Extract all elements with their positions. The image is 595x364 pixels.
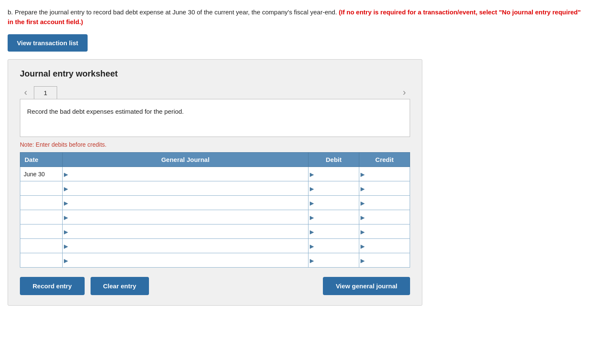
table-row: ▶▶▶ [20,253,410,268]
gj-cell-6[interactable]: ▶ [63,253,309,268]
date-cell-0: June 30 [20,167,63,181]
table-row: ▶▶▶ [20,210,410,224]
table-row: ▶▶▶ [20,239,410,253]
note-text: Note: Enter debits before credits. [20,141,410,148]
debit-input-6[interactable] [309,253,359,267]
bottom-buttons: Record entry Clear entry View general jo… [20,277,410,295]
gj-cell-0[interactable]: ▶ [63,167,309,181]
credit-cell-6[interactable]: ▶ [359,253,410,268]
tab-number: 1 [34,86,57,99]
journal-table: Date General Journal Debit Credit June 3… [20,152,410,268]
worksheet-title: Journal entry worksheet [20,69,410,79]
tab-nav: ‹ 1 › [20,86,410,99]
table-row: ▶▶▶ [20,181,410,196]
gj-cell-4[interactable]: ▶ [63,224,309,239]
gj-input-5[interactable] [63,239,308,253]
header-date: Date [20,153,63,167]
credit-input-2[interactable] [359,196,410,210]
view-transaction-btn[interactable]: View transaction list [8,34,88,52]
clear-entry-button[interactable]: Clear entry [91,277,149,295]
description-text: Record the bad debt expenses estimated f… [27,108,184,115]
debit-cell-2[interactable]: ▶ [309,196,359,210]
debit-cell-6[interactable]: ▶ [309,253,359,268]
debit-input-1[interactable] [309,181,359,195]
header-debit: Debit [309,153,359,167]
debit-input-0[interactable] [309,167,359,181]
header-gj: General Journal [63,153,309,167]
date-cell-1 [20,181,63,196]
gj-input-0[interactable] [63,167,308,181]
debit-cell-1[interactable]: ▶ [309,181,359,196]
debit-input-5[interactable] [309,239,359,253]
credit-input-6[interactable] [359,253,410,267]
instructions-main: b. Prepare the journal entry to record b… [8,8,337,16]
table-row: ▶▶▶ [20,196,410,210]
credit-input-5[interactable] [359,239,410,253]
date-cell-6 [20,253,63,268]
date-cell-5 [20,239,63,253]
credit-input-4[interactable] [359,224,410,238]
gj-cell-3[interactable]: ▶ [63,210,309,224]
header-credit: Credit [359,153,410,167]
credit-cell-2[interactable]: ▶ [359,196,410,210]
debit-cell-4[interactable]: ▶ [309,224,359,239]
gj-cell-1[interactable]: ▶ [63,181,309,196]
description-box: Record the bad debt expenses estimated f… [20,99,410,137]
view-general-journal-button[interactable]: View general journal [323,277,410,295]
gj-cell-2[interactable]: ▶ [63,196,309,210]
debit-input-4[interactable] [309,224,359,238]
gj-input-2[interactable] [63,196,308,210]
gj-input-4[interactable] [63,224,308,238]
credit-input-1[interactable] [359,181,410,195]
table-row: June 30▶▶▶ [20,167,410,181]
date-cell-3 [20,210,63,224]
debit-cell-3[interactable]: ▶ [309,210,359,224]
gj-cell-5[interactable]: ▶ [63,239,309,253]
worksheet-container: Journal entry worksheet ‹ 1 › Record the… [8,59,422,306]
record-entry-button[interactable]: Record entry [20,277,85,295]
credit-cell-0[interactable]: ▶ [359,167,410,181]
credit-cell-3[interactable]: ▶ [359,210,410,224]
table-row: ▶▶▶ [20,224,410,239]
debit-input-2[interactable] [309,196,359,210]
credit-cell-1[interactable]: ▶ [359,181,410,196]
credit-input-0[interactable] [359,167,410,181]
instructions: b. Prepare the journal entry to record b… [8,8,587,27]
gj-input-6[interactable] [63,253,308,267]
prev-tab-button[interactable]: ‹ [20,86,31,99]
next-tab-button[interactable]: › [399,86,410,99]
date-cell-2 [20,196,63,210]
credit-input-3[interactable] [359,210,410,224]
credit-cell-5[interactable]: ▶ [359,239,410,253]
debit-cell-5[interactable]: ▶ [309,239,359,253]
gj-input-1[interactable] [63,181,308,195]
date-cell-4 [20,224,63,239]
gj-input-3[interactable] [63,210,308,224]
credit-cell-4[interactable]: ▶ [359,224,410,239]
debit-cell-0[interactable]: ▶ [309,167,359,181]
debit-input-3[interactable] [309,210,359,224]
